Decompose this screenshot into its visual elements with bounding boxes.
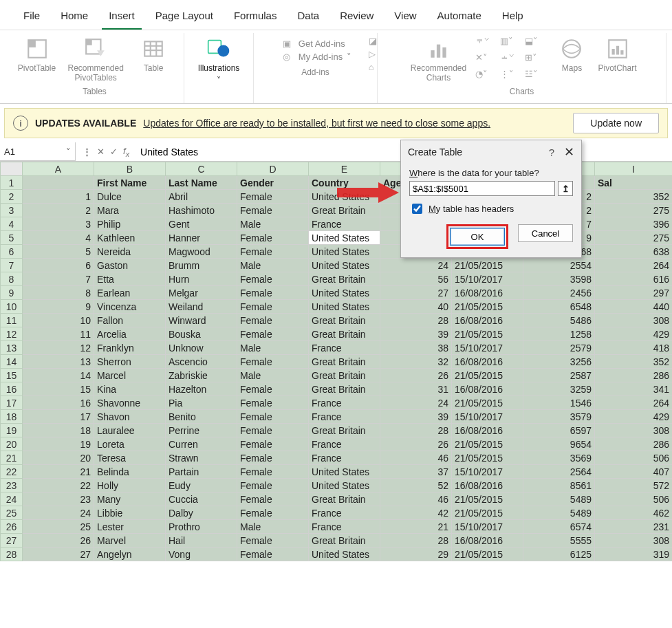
cell[interactable]: France: [309, 437, 380, 451]
cell[interactable]: 15/10/2017: [452, 520, 523, 534]
cell[interactable]: 14: [23, 369, 94, 382]
cell[interactable]: Female: [237, 190, 309, 204]
recommended-pivot-button[interactable]: Recommended PivotTables: [63, 36, 129, 84]
cell[interactable]: Philip: [94, 217, 166, 231]
cell[interactable]: 407: [595, 465, 673, 479]
cell[interactable]: Great Britain: [309, 369, 380, 382]
cell[interactable]: Prothro: [166, 520, 237, 534]
chart-type-icon[interactable]: ⋮˅: [500, 69, 523, 84]
cell[interactable]: Female: [237, 548, 309, 561]
cell[interactable]: Lauralee: [94, 424, 166, 437]
select-all-corner[interactable]: [1, 162, 23, 176]
cell[interactable]: Earlean: [94, 286, 166, 300]
cell[interactable]: 21: [380, 520, 452, 534]
row-header[interactable]: 26: [1, 520, 23, 534]
bing-icon[interactable]: ▷: [369, 49, 377, 59]
cell[interactable]: France: [309, 506, 380, 520]
cell[interactable]: 11: [23, 327, 94, 341]
cell[interactable]: Holly: [94, 479, 166, 492]
cell[interactable]: 39: [380, 410, 452, 424]
row-header[interactable]: 3: [1, 204, 23, 217]
cell[interactable]: 32: [380, 355, 452, 369]
cell[interactable]: Male: [237, 520, 309, 534]
col-header-C[interactable]: C: [166, 162, 237, 176]
cell[interactable]: 42: [380, 506, 452, 520]
menu-review[interactable]: Review: [333, 6, 380, 30]
cell[interactable]: 21/05/2015: [452, 548, 523, 561]
cell[interactable]: 3: [23, 217, 94, 231]
cell[interactable]: 3256: [523, 355, 595, 369]
pivotchart-button[interactable]: PivotChart: [595, 36, 639, 84]
cell[interactable]: Ascencio: [166, 355, 237, 369]
cell[interactable]: 22: [23, 479, 94, 492]
maps-button[interactable]: Maps: [551, 36, 592, 84]
cell[interactable]: Female: [237, 437, 309, 451]
headers-label[interactable]: My table has headers: [429, 204, 514, 214]
cell[interactable]: Brumm: [166, 259, 237, 272]
cell[interactable]: 6: [23, 259, 94, 272]
cell[interactable]: Female: [237, 506, 309, 520]
cell[interactable]: 31: [380, 382, 452, 396]
cell[interactable]: Male: [237, 259, 309, 272]
cell[interactable]: 7: [23, 272, 94, 286]
cell[interactable]: 21/05/2015: [452, 259, 523, 272]
row-header[interactable]: 8: [1, 272, 23, 286]
header-cell[interactable]: [23, 176, 94, 190]
table-button[interactable]: Table: [133, 36, 174, 84]
cell[interactable]: Many: [94, 492, 166, 506]
cell[interactable]: 16/08/2016: [452, 479, 523, 492]
cell[interactable]: Great Britain: [309, 204, 380, 217]
enter-icon[interactable]: ✓: [110, 147, 118, 157]
cell[interactable]: 21/05/2015: [452, 492, 523, 506]
cell[interactable]: 21/05/2015: [452, 437, 523, 451]
cell[interactable]: 20: [23, 451, 94, 465]
cell[interactable]: 308: [595, 424, 673, 437]
col-header-I[interactable]: I: [595, 162, 673, 176]
cell[interactable]: 16/08/2016: [452, 382, 523, 396]
cell[interactable]: 39: [380, 327, 452, 341]
cell[interactable]: 46: [380, 492, 452, 506]
cell[interactable]: 462: [595, 506, 673, 520]
cell[interactable]: 15/10/2017: [452, 465, 523, 479]
range-picker-icon[interactable]: ↥: [558, 181, 573, 196]
cell[interactable]: Libbie: [94, 506, 166, 520]
col-header-A[interactable]: A: [23, 162, 94, 176]
cancel-button[interactable]: Cancel: [518, 224, 573, 242]
row-header[interactable]: 17: [1, 396, 23, 410]
update-now-button[interactable]: Update now: [573, 113, 659, 133]
chart-type-icon[interactable]: ⫨˅: [500, 52, 523, 67]
cell[interactable]: 28: [380, 314, 452, 327]
col-header-B[interactable]: B: [94, 162, 166, 176]
cell[interactable]: 275: [595, 231, 673, 245]
cell[interactable]: 6125: [523, 548, 595, 561]
cell[interactable]: 12: [23, 341, 94, 355]
cell[interactable]: 2554: [523, 259, 595, 272]
cell[interactable]: 24: [380, 396, 452, 410]
menu-formulas[interactable]: Formulas: [227, 6, 284, 30]
cell[interactable]: 17: [23, 410, 94, 424]
cell[interactable]: Unknow: [166, 341, 237, 355]
cell[interactable]: United States: [309, 231, 380, 245]
cell[interactable]: 297: [595, 286, 673, 300]
cell[interactable]: United States: [309, 479, 380, 492]
cell[interactable]: Kina: [94, 382, 166, 396]
row-header[interactable]: 2: [1, 190, 23, 204]
cell[interactable]: Female: [237, 410, 309, 424]
cell[interactable]: 9: [23, 300, 94, 314]
cell[interactable]: 264: [595, 396, 673, 410]
cell[interactable]: 638: [595, 245, 673, 259]
menu-automate[interactable]: Automate: [431, 6, 488, 30]
fx-icon[interactable]: fx: [123, 146, 129, 158]
cell[interactable]: 40: [380, 300, 452, 314]
my-addins-button[interactable]: ◎ My Add-ins ˅: [279, 52, 351, 62]
close-icon[interactable]: ✕: [564, 144, 574, 160]
cell[interactable]: Marvel: [94, 534, 166, 548]
row-header[interactable]: 12: [1, 327, 23, 341]
cell[interactable]: France: [309, 520, 380, 534]
cell[interactable]: 28: [380, 424, 452, 437]
cell[interactable]: Female: [237, 300, 309, 314]
cell[interactable]: 3259: [523, 382, 595, 396]
cell[interactable]: United States: [309, 300, 380, 314]
header-cell[interactable]: First Name: [94, 176, 166, 190]
cell[interactable]: 29: [380, 548, 452, 561]
